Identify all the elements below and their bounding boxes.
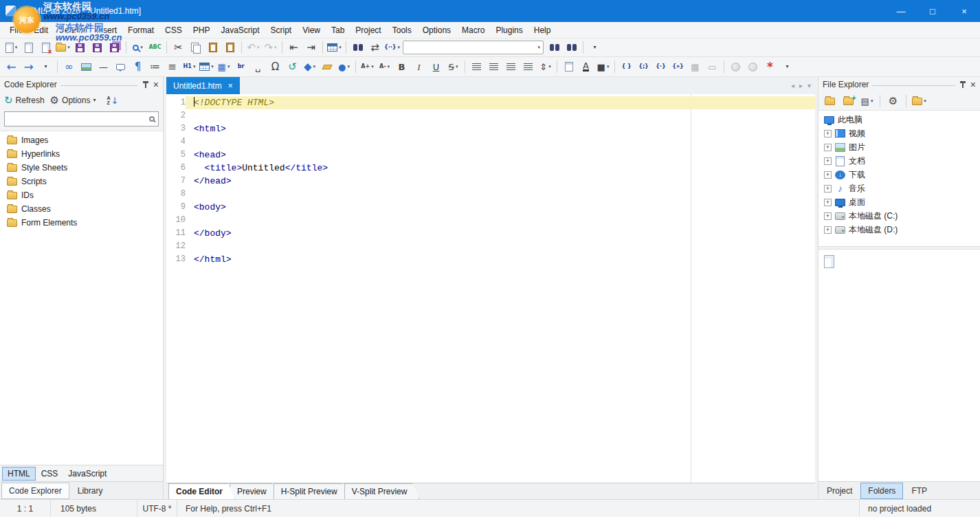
insert-comment-button[interactable]: [113, 59, 129, 74]
menu-insert[interactable]: Insert: [91, 22, 122, 38]
insert-hyperlink-button[interactable]: ∞: [61, 59, 77, 74]
toolbar2-options-button[interactable]: ▾: [779, 59, 795, 74]
save-button[interactable]: [72, 40, 88, 55]
insert-table-button[interactable]: ▾: [199, 59, 214, 74]
menu-plugins[interactable]: Plugins: [490, 22, 528, 38]
justify-button[interactable]: [520, 59, 536, 74]
code-line[interactable]: 8: [166, 188, 815, 201]
code-explorer-item[interactable]: Classes: [0, 202, 163, 216]
code-line[interactable]: 9<body>: [166, 201, 815, 214]
heading-button[interactable]: H1▾: [181, 59, 197, 74]
preview-browser-button[interactable]: [728, 59, 744, 74]
code-explorer-item[interactable]: Images: [0, 133, 163, 147]
file-tree-item[interactable]: +本地磁盘 (D:): [818, 223, 980, 236]
expand-icon[interactable]: +: [824, 157, 832, 165]
menu-view[interactable]: View: [297, 22, 326, 38]
pin-icon[interactable]: [142, 81, 149, 89]
tab-close-icon[interactable]: ×: [228, 81, 233, 91]
code-explorer-item[interactable]: Scripts: [0, 175, 163, 188]
expand-icon[interactable]: +: [824, 199, 832, 206]
code-line[interactable]: 12: [166, 240, 815, 253]
expand-css-button[interactable]: {·}: [653, 59, 669, 74]
lang-tab-html[interactable]: HTML: [2, 467, 36, 481]
file-tree-item[interactable]: +视频: [818, 126, 980, 140]
search-button[interactable]: ▾: [130, 40, 146, 55]
expand-icon[interactable]: +: [824, 130, 832, 138]
unordered-list-button[interactable]: ≔: [147, 59, 163, 74]
new-folder-button[interactable]: [840, 94, 856, 109]
expand-icon[interactable]: +: [824, 185, 832, 192]
new-from-template-button[interactable]: [21, 40, 36, 55]
sort-button[interactable]: ↓: [107, 96, 118, 105]
dock-tab-code-explorer[interactable]: Code Explorer: [1, 483, 69, 499]
code-line[interactable]: 10: [166, 214, 815, 227]
spell-check-button[interactable]: ABC: [147, 40, 163, 55]
maximize-button[interactable]: □: [917, 0, 948, 22]
toolbar-options-button[interactable]: ▾: [587, 40, 603, 55]
refresh-button[interactable]: Refresh: [16, 96, 45, 105]
line-break-button[interactable]: br: [233, 59, 249, 74]
minimize-button[interactable]: —: [885, 0, 917, 22]
frameset-button[interactable]: ▦: [687, 59, 703, 74]
menu-help[interactable]: Help: [528, 22, 557, 38]
insert-image-button[interactable]: [78, 59, 94, 74]
menu-tools[interactable]: Tools: [387, 22, 417, 38]
dock-tab-library[interactable]: Library: [71, 483, 110, 498]
view-tab-code-editor[interactable]: Code Editor: [168, 483, 235, 499]
insert-horizontal-rule-button[interactable]: —: [96, 59, 111, 74]
menu-search[interactable]: Search: [54, 22, 91, 38]
bold-button[interactable]: B: [394, 59, 410, 74]
paste-button[interactable]: [205, 40, 221, 55]
file-tree-item[interactable]: +下载: [818, 168, 980, 182]
align-right-button[interactable]: [503, 59, 519, 74]
code-explorer-item[interactable]: Form Elements: [0, 216, 163, 230]
scroll-tabs-left-icon[interactable]: ◂: [791, 82, 794, 89]
validate-button[interactable]: *: [762, 59, 778, 74]
view-tab-h-split-preview[interactable]: H-Split Preview: [274, 483, 350, 499]
font-color-button[interactable]: A: [578, 59, 594, 74]
copy-button[interactable]: [188, 40, 203, 55]
file-tree-item[interactable]: 此电脑: [818, 113, 980, 126]
search-results-button[interactable]: [564, 40, 579, 55]
highlight-color-button[interactable]: ■▾: [595, 59, 611, 74]
save-as-button[interactable]: [89, 40, 105, 55]
file-page-icon[interactable]: [824, 255, 834, 268]
code-line[interactable]: 2: [166, 109, 815, 122]
align-left-button[interactable]: [469, 59, 485, 74]
code-line[interactable]: 7</head>: [166, 175, 815, 188]
table-wizard-button[interactable]: ▾: [326, 40, 342, 55]
file-tree-item[interactable]: +文档: [818, 154, 980, 168]
paragraph-button[interactable]: ¶: [130, 59, 146, 74]
dock-tab-project[interactable]: Project: [820, 483, 859, 498]
grow-font-button[interactable]: A+▾: [359, 59, 375, 74]
file-tree-item[interactable]: +图片: [818, 140, 980, 154]
lang-tab-javascript[interactable]: JavaScript: [63, 468, 111, 480]
replace-in-files-button[interactable]: ⇄: [367, 40, 383, 55]
code-snippets-button[interactable]: {··}▾: [384, 40, 400, 55]
dock-tab-ftp[interactable]: FTP: [904, 483, 934, 498]
code-line[interactable]: 1<!DOCTYPE HTML>: [166, 96, 815, 109]
tidy-html-button[interactable]: ↺: [285, 59, 300, 74]
code-editor[interactable]: 1<!DOCTYPE HTML>23<html>45<head>6 <title…: [166, 94, 815, 483]
line-spacing-button[interactable]: ⇕▾: [537, 59, 553, 74]
code-explorer-item[interactable]: Style Sheets: [0, 161, 163, 175]
close-panel-icon[interactable]: ×: [970, 80, 976, 89]
format-css-button[interactable]: { }: [619, 59, 634, 74]
explorer-settings-button[interactable]: ⚙: [885, 94, 901, 109]
code-line[interactable]: 5<head>: [166, 148, 815, 162]
decrease-indent-button[interactable]: ⇤: [286, 40, 302, 55]
file-tree-item[interactable]: +桌面: [818, 195, 980, 209]
view-tab-preview[interactable]: Preview: [230, 483, 279, 499]
pin-icon[interactable]: [959, 81, 966, 89]
special-characters-button[interactable]: Ω: [267, 59, 283, 74]
favorites-button[interactable]: ▾: [911, 94, 927, 109]
insert-form-button[interactable]: ▦▾: [216, 59, 232, 74]
options-button[interactable]: Options: [62, 96, 90, 105]
code-line[interactable]: 6 <title>Untitled</title>: [166, 162, 815, 175]
redo-button[interactable]: ↷▾: [263, 40, 278, 55]
tab-list-icon[interactable]: ▾: [808, 82, 811, 89]
expand-icon[interactable]: +: [824, 226, 832, 234]
history-dropdown-button[interactable]: ▾: [38, 59, 54, 74]
dock-tab-folders[interactable]: Folders: [860, 483, 903, 499]
menu-tab[interactable]: Tab: [326, 22, 350, 38]
